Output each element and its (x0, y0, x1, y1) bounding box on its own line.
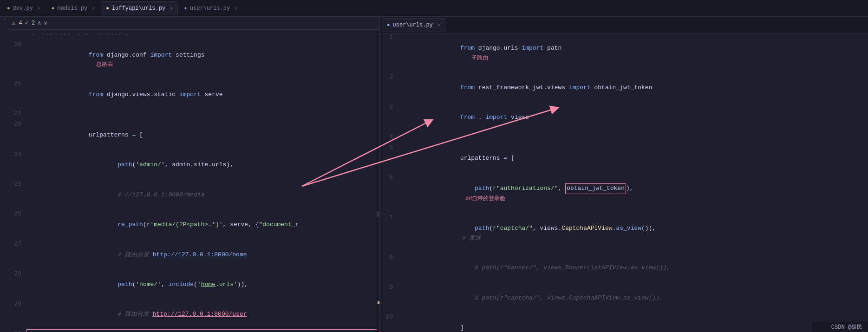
csdn-watermark: CSDN @猿民 (812, 322, 868, 332)
right-tab-close[interactable]: ✕ (437, 22, 440, 28)
code-line-28: 28 path('home/', include('home.urls')), (8, 270, 377, 299)
code-line-29: 29 # 路由分发 http://127.0.0.1:8000/user (8, 300, 377, 330)
right-code-area[interactable]: 1 from django.urls import path 子路由 2 fro… (380, 33, 868, 332)
code-line-23: 23 urlpatterns = [ (8, 120, 377, 150)
tab-models[interactable]: ● models.py ✕ (46, 1, 100, 15)
right-code-line-10: 10 ] (380, 313, 868, 332)
left-gutter: › (0, 17, 8, 332)
right-code-line-7: 7 path(r"captcha/", views.CaptchaAPIView… (380, 214, 868, 253)
code-line-20: 20 from django.conf import settings 总路由 (8, 40, 377, 80)
code-line-30: 30 path('user/', include('user.urls')), (8, 330, 377, 332)
right-code-line-3: 3 from . import views (380, 103, 868, 133)
left-code-area[interactable]: · ··· ··· · · ·· ···· · 20 from django.c… (8, 30, 377, 332)
right-code-line-6: 6 path(r"authorizations/", obtain_jwt_to… (380, 173, 868, 214)
annotation-drf-login: drf自带的登录验 (464, 195, 505, 202)
tab-bar: ● dev.py ✕ ● models.py ✕ ● luffyapi\urls… (0, 0, 868, 17)
minimap-marker (378, 301, 379, 304)
left-code-lines: · ··· ··· · · ·· ···· · 20 from django.c… (8, 30, 377, 332)
tab-label-luffyapi: luffyapi\urls.py (112, 5, 165, 12)
editors-container: ⚠ 4 ✓ 2 ∧ ∨ · ··· ··· · · ·· ···· · (8, 17, 868, 332)
code-line-26: 26 re_path(r'media/(?P<path>.*)', serve,… (8, 210, 377, 240)
right-editor-pane: ● user\urls.py ✕ 1 from django.urls impo… (380, 17, 868, 332)
left-code-container: · ··· ··· · · ·· ···· · 20 from django.c… (8, 30, 379, 332)
code-line-21: 21 from django.views.static import serve (8, 80, 377, 110)
right-code-line-2: 2 from rest_framework_jwt.views import o… (380, 73, 868, 103)
right-code-line-1: 1 from django.urls import path 子路由 (380, 33, 868, 73)
annotation-sub-route: 子路由 (471, 54, 488, 61)
right-code-line-8: 8 # path(r"banner/", views.BannerListAPI… (380, 254, 868, 283)
right-tab-bar: ● user\urls.py ✕ (380, 17, 868, 33)
code-line-24: 24 path('admin/', admin.site.urls), (8, 150, 377, 180)
minimap-slider (377, 211, 379, 217)
code-line-27: 27 # 路由分发 http://127.0.0.1:8000/home (8, 240, 377, 270)
right-tab-label: user\urls.py (393, 22, 433, 28)
tab-icon-user: ● (184, 6, 187, 11)
check-icon: ✓ 2 (25, 20, 35, 26)
right-code-lines: 1 from django.urls import path 子路由 2 fro… (380, 33, 868, 332)
right-code-line-5: 5 urlpatterns = [ (380, 143, 868, 173)
warning-icon: ⚠ 4 (12, 20, 22, 26)
tab-luffyapi-urls[interactable]: ● luffyapi\urls.py ✕ (101, 1, 178, 15)
left-minimap[interactable] (377, 30, 379, 332)
code-line: · ··· ··· · · ·· ···· · (8, 30, 377, 40)
tab-label-models: models.py (57, 5, 87, 12)
right-tab-user-urls[interactable]: ● user\urls.py ✕ (382, 18, 445, 32)
editor-header-left: ⚠ 4 ✓ 2 ∧ ∨ (12, 20, 47, 26)
tab-label-user: user\urls.py (190, 5, 230, 12)
tab-icon-luffyapi: ● (106, 6, 109, 11)
main-layout: › ⚠ 4 ✓ 2 ∧ ∨ (0, 17, 868, 332)
collapse-arrow[interactable]: › (2, 18, 7, 21)
tab-close-luffyapi[interactable]: ✕ (170, 6, 173, 11)
tab-close-dev[interactable]: ✕ (38, 6, 40, 11)
right-code-line-9: 9 # path(r"captcha/", views.CaptchaAPIVi… (380, 283, 868, 313)
annotation-general-route: 总路由 (96, 61, 113, 67)
nav-up[interactable]: ∧ (38, 20, 41, 26)
right-code-container: 1 from django.urls import path 子路由 2 fro… (380, 33, 868, 332)
tab-user-urls[interactable]: ● user\urls.py ✕ (179, 1, 242, 15)
tab-close-models[interactable]: ✕ (92, 6, 95, 11)
left-editor-header: ⚠ 4 ✓ 2 ∧ ∨ (8, 17, 379, 30)
right-code-line-4: 4 (380, 133, 868, 143)
tab-dev[interactable]: ● dev.py ✕ (2, 1, 46, 15)
csdn-label: CSDN @猿民 (831, 323, 862, 331)
code-line-22: 22 (8, 110, 377, 120)
nav-down[interactable]: ∨ (44, 20, 47, 26)
code-line-25: 25 # //127.0.0.1:8000/media (8, 180, 377, 210)
left-editor-pane: ⚠ 4 ✓ 2 ∧ ∨ · ··· ··· · · ·· ···· · (8, 17, 380, 332)
tab-icon-dev: ● (7, 6, 10, 11)
tab-icon-models: ● (52, 6, 55, 11)
right-tab-icon: ● (387, 22, 390, 28)
tab-label-dev: dev.py (13, 5, 33, 12)
tab-close-user[interactable]: ✕ (235, 6, 237, 11)
